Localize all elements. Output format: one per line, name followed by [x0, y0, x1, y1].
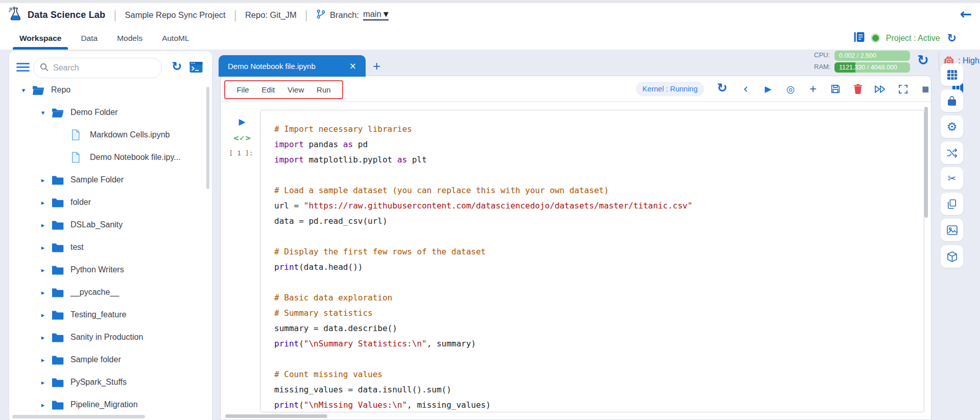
- lock-icon[interactable]: [941, 89, 963, 112]
- tree-item-label: Repo: [51, 85, 70, 95]
- grid-icon[interactable]: [941, 63, 963, 86]
- add-cell-icon[interactable]: +: [807, 82, 819, 96]
- refresh-icon[interactable]: ↻: [172, 60, 182, 73]
- code-line: print(data.head()): [274, 260, 924, 275]
- refresh-kernel-icon[interactable]: ↻: [717, 82, 727, 94]
- repo-name: Repo: Git_JM: [245, 10, 297, 20]
- save-icon[interactable]: [829, 84, 842, 94]
- chevron-right-icon[interactable]: ▸: [39, 334, 47, 341]
- sidebar-scrollbar[interactable]: [206, 87, 209, 189]
- chevron-right-icon[interactable]: ▸: [39, 244, 47, 251]
- stop-icon[interactable]: ■: [919, 85, 931, 93]
- image-icon[interactable]: [941, 219, 963, 241]
- tree-item[interactable]: ▸PySpark_Stuffs: [9, 371, 212, 393]
- nav-tab-workspace[interactable]: Workspace: [19, 34, 61, 43]
- code-line: # Count missing values: [274, 367, 924, 382]
- divider: [939, 52, 939, 72]
- chevron-right-icon[interactable]: ▸: [39, 312, 47, 318]
- notebook-horizontal-scrollbar[interactable]: [225, 414, 327, 418]
- gear-icon[interactable]: ⚙: [941, 115, 963, 138]
- scissors-icon[interactable]: ✂: [941, 167, 963, 190]
- tree-item[interactable]: Markdown Cells.ipynb: [9, 124, 212, 146]
- tree-item[interactable]: ▾Repo: [9, 79, 212, 101]
- menu-run[interactable]: Run: [317, 85, 331, 94]
- file-browser-sidebar: ↻ ▾Repo▾Demo FolderMarkdown Cells.ipynbD…: [9, 51, 212, 420]
- tree-item[interactable]: ▸folder: [9, 191, 212, 214]
- tree-item[interactable]: ▸DSLab_Sanity: [9, 214, 212, 236]
- menu-icon[interactable]: [16, 63, 30, 74]
- tree-item[interactable]: ▸Testing_feature: [9, 304, 212, 326]
- refresh-resources-icon[interactable]: ↻: [917, 53, 929, 67]
- code-line: # Summary statistics: [274, 306, 924, 321]
- cpu-usage-value: 0.002 / 2.500: [834, 51, 910, 61]
- tree-item[interactable]: ▸Python Writers: [9, 259, 212, 281]
- code-line: # Import necessary libraries: [274, 122, 924, 137]
- journal-icon[interactable]: [853, 31, 865, 45]
- folder-icon: [52, 242, 64, 252]
- menu-view[interactable]: View: [288, 85, 304, 94]
- tree-item[interactable]: ▸test: [9, 236, 212, 259]
- tree-item[interactable]: ▸Pipeline_Migration: [9, 393, 212, 416]
- run-cell-icon[interactable]: ▶: [762, 85, 774, 94]
- notebook-scrollbar[interactable]: [924, 107, 928, 218]
- chevron-right-icon[interactable]: ▸: [39, 402, 47, 408]
- code-cell[interactable]: # Import necessary librariesimport panda…: [260, 110, 924, 412]
- search-box[interactable]: [33, 58, 162, 78]
- tree-item-label: Demo Folder: [70, 108, 117, 117]
- cell-executed-indicator: <✓>: [233, 134, 251, 142]
- tree-item-label: Sanity in Production: [70, 333, 143, 342]
- tree-item-label: Markdown Cells.ipynb: [90, 130, 170, 139]
- run-this-cell-icon[interactable]: ▶: [236, 118, 248, 126]
- chevron-right-icon[interactable]: ▸: [39, 379, 47, 386]
- folder-icon: [52, 107, 64, 118]
- tree-item[interactable]: Demo Notebook file.ipy...: [9, 146, 212, 169]
- tree-item-label: test: [70, 243, 84, 252]
- code-line: data = pd.read_csv(url): [274, 214, 924, 229]
- toolbar-icons: ‹ ▶ ◎ +: [739, 76, 931, 102]
- chevron-left-icon[interactable]: ‹: [739, 83, 752, 95]
- chevron-down-icon[interactable]: ▾: [39, 109, 47, 116]
- nav-tab-models[interactable]: Models: [117, 34, 142, 43]
- delete-cell-icon[interactable]: [852, 84, 864, 94]
- tree-item[interactable]: ▸Sample folder: [9, 348, 212, 371]
- tree-item[interactable]: ▾Demo Folder: [9, 101, 212, 124]
- shuffle-icon[interactable]: [941, 142, 963, 164]
- nav-tab-automl[interactable]: AutoML: [162, 34, 189, 43]
- execution-count: [ 1 ]:: [228, 149, 254, 157]
- terminal-icon[interactable]: [189, 61, 203, 75]
- tree-item[interactable]: ▸Sample Folder: [9, 169, 212, 191]
- tree-item[interactable]: ▸Sanity in Production: [9, 326, 212, 348]
- close-icon[interactable]: ×: [349, 62, 356, 71]
- menu-file[interactable]: File: [236, 85, 249, 94]
- chevron-right-icon[interactable]: ▸: [39, 222, 47, 228]
- code-line: import pandas as pd: [274, 137, 924, 152]
- tree-item-label: Pipeline_Migration: [70, 400, 138, 409]
- nav-tab-data[interactable]: Data: [81, 34, 98, 43]
- back-arrow-icon[interactable]: ←: [960, 7, 972, 21]
- notebook-toolbar: FileEditViewRun Kernel : Running ↻ ‹ ▶ ◎…: [221, 76, 931, 102]
- folder-icon: [52, 175, 64, 185]
- fullscreen-icon[interactable]: [897, 84, 909, 94]
- package-icon[interactable]: [941, 245, 963, 268]
- menu-edit[interactable]: Edit: [261, 85, 275, 94]
- copy-icon[interactable]: [941, 193, 963, 215]
- ram-usage-value: 1121.330 / 4048.000: [834, 62, 910, 73]
- chevron-right-icon[interactable]: ▸: [39, 199, 47, 206]
- search-input[interactable]: [53, 63, 145, 73]
- chevron-right-icon[interactable]: ▸: [39, 289, 47, 296]
- run-all-icon[interactable]: [874, 85, 887, 94]
- notebook-tab[interactable]: Demo Notebook file.ipynb ×: [219, 55, 366, 77]
- chevron-right-icon[interactable]: ▸: [39, 267, 47, 273]
- chevron-down-icon[interactable]: ▾: [19, 87, 28, 94]
- header: Data Science Lab | Sample Repo Sync Proj…: [0, 3, 980, 27]
- add-tab-icon[interactable]: +: [373, 59, 380, 73]
- tree-item[interactable]: ▸__pycache__: [9, 281, 212, 304]
- kernel-status[interactable]: Kernel : Running: [636, 82, 704, 96]
- chevron-right-icon[interactable]: ▸: [39, 357, 47, 363]
- chevron-right-icon[interactable]: ▸: [39, 177, 47, 183]
- sidebar-horizontal-scrollbar[interactable]: [12, 415, 145, 418]
- folder-icon: [32, 85, 45, 95]
- refresh-icon[interactable]: ↻: [947, 33, 957, 44]
- target-icon[interactable]: ◎: [784, 84, 797, 94]
- branch-selector[interactable]: Branch: main ▼: [316, 9, 389, 21]
